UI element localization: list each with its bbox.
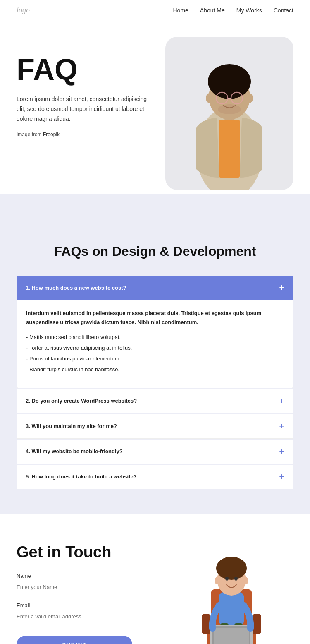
email-field-group: Email	[17, 602, 165, 622]
faq-section-title: FAQs on Design & Development	[0, 244, 310, 259]
faq-item-2: 2. Do you only create WordPress websites…	[17, 389, 293, 413]
list-item: Tortor at risus viverra adipiscing at in…	[26, 344, 284, 353]
faq-item-3: 3. Will you maintain my site for me? +	[17, 414, 293, 439]
hero-title: FAQ	[17, 53, 157, 86]
nav-about[interactable]: About Me	[200, 7, 225, 14]
faq-answer-1: Interdum velit euismod in pellentesque m…	[17, 300, 293, 388]
hero-section: FAQ Lorem ipsum dolor sit amet, consecte…	[0, 20, 310, 215]
svg-rect-30	[214, 628, 249, 644]
email-label: Email	[17, 602, 165, 608]
hero-lower-bg	[0, 194, 310, 215]
hero-text-area: FAQ Lorem ipsum dolor sit amet, consecte…	[17, 37, 157, 137]
svg-point-10	[218, 104, 241, 114]
faq-question-2-text: 2. Do you only create WordPress websites…	[26, 398, 137, 404]
faq-question-1[interactable]: 1. How much does a new website cost? +	[17, 276, 293, 300]
faq-plus-3: +	[279, 422, 284, 431]
list-item: Mattis nunc sed blandit libero volutpat.	[26, 333, 284, 342]
nav-contact[interactable]: Contact	[274, 7, 293, 14]
name-field-group: Name	[17, 573, 165, 593]
email-input[interactable]	[17, 611, 165, 622]
faq-question-2[interactable]: 2. Do you only create WordPress websites…	[17, 389, 293, 413]
svg-point-21	[243, 577, 248, 584]
faq-question-4-text: 4. Will my website be mobile-friendly?	[26, 448, 123, 454]
hero-image-credit: Image from Freepik	[17, 132, 157, 137]
faq-item-5: 5. How long does it take to build a webs…	[17, 465, 293, 489]
faq-question-3-text: 3. Will you maintain my site for me?	[26, 423, 117, 429]
contact-title: Get in Touch	[17, 543, 165, 561]
faq-plus-5: +	[279, 472, 284, 481]
hero-content: FAQ Lorem ipsum dolor sit amet, consecte…	[0, 20, 310, 194]
faq-item-1: 1. How much does a new website cost? + I…	[17, 276, 293, 388]
faq-container: 1. How much does a new website cost? + I…	[17, 276, 293, 490]
faq-plus-2: +	[279, 396, 284, 406]
faq-item-4: 4. Will my website be mobile-friendly? +	[17, 440, 293, 464]
faq-plus-4: +	[279, 447, 284, 456]
submit-button[interactable]: SUBMIT	[17, 636, 132, 644]
hero-description: Lorem ipsum dolor sit amet, consectetur …	[17, 94, 157, 124]
svg-point-6	[246, 93, 253, 103]
svg-rect-17	[219, 592, 244, 625]
svg-point-23	[234, 577, 238, 581]
faq-question-1-text: 1. How much does a new website cost?	[26, 285, 126, 291]
svg-point-20	[215, 577, 220, 584]
navbar: logo Home About Me My Works Contact	[0, 0, 310, 20]
contact-form-area: Get in Touch Name Email SUBMIT Image fro…	[17, 543, 165, 644]
faq-answer-1-bold: Interdum velit euismod in pellentesque m…	[26, 309, 284, 327]
faq-question-3[interactable]: 3. Will you maintain my site for me? +	[17, 414, 293, 438]
svg-point-22	[225, 577, 229, 581]
contact-illustration	[174, 543, 289, 644]
list-item: Blandit turpis cursus in hac habitasse.	[26, 365, 284, 374]
list-item: Purus ut faucibus pulvinar elementum.	[26, 354, 284, 363]
hero-image	[165, 37, 293, 190]
contact-section: Get in Touch Name Email SUBMIT Image fro…	[0, 514, 310, 644]
hero-credit-prefix: Image from	[17, 132, 43, 137]
faq-section: FAQs on Design & Development 1. How much…	[0, 211, 310, 514]
nav-home[interactable]: Home	[173, 7, 188, 14]
hero-person-illustration	[172, 45, 287, 190]
faq-answer-1-list: Mattis nunc sed blandit libero volutpat.…	[26, 333, 284, 374]
faq-question-5[interactable]: 5. How long does it take to build a webs…	[17, 465, 293, 489]
faq-question-5-text: 5. How long does it take to build a webs…	[26, 473, 137, 480]
faq-question-4[interactable]: 4. Will my website be mobile-friendly? +	[17, 440, 293, 464]
hero-freepik-link[interactable]: Freepik	[43, 132, 60, 137]
svg-point-5	[206, 93, 213, 103]
svg-point-4	[208, 64, 251, 99]
name-label: Name	[17, 573, 165, 579]
sitting-person-illustration	[182, 543, 281, 644]
faq-plus-1: +	[279, 283, 284, 292]
logo: logo	[17, 6, 30, 14]
svg-rect-1	[219, 120, 240, 178]
svg-point-19	[216, 557, 247, 580]
name-input[interactable]	[17, 582, 165, 593]
nav-works[interactable]: My Works	[236, 7, 262, 14]
nav-links: Home About Me My Works Contact	[173, 7, 293, 14]
